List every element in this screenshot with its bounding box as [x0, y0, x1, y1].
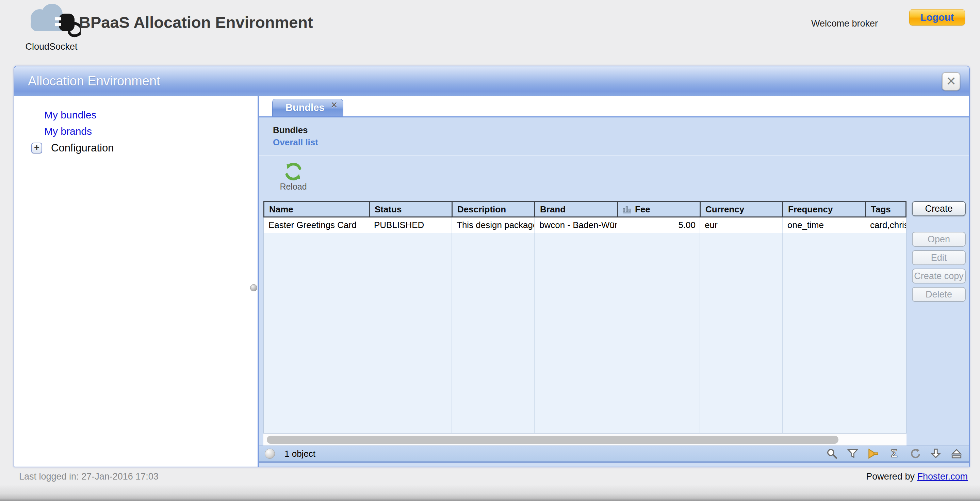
column-header-status[interactable]: Status [370, 202, 453, 216]
column-header-name[interactable]: Name [264, 202, 370, 216]
reload-label: Reload [280, 182, 307, 192]
create-copy-button[interactable]: Create copy [912, 269, 966, 283]
cloud-plug-icon [22, 2, 81, 42]
brand-text: CloudSocket [19, 41, 84, 52]
cell-name: Easter Greetings Card [264, 218, 369, 233]
reload-icon [284, 162, 302, 181]
column-header-brand[interactable]: Brand [535, 202, 618, 216]
tab-close-icon[interactable]: ✕ [331, 100, 337, 110]
column-header-tags[interactable]: Tags [866, 202, 905, 216]
allocation-environment-window: Allocation Environment ✕ My bundles My b… [14, 66, 970, 467]
svg-text:Σ: Σ [891, 448, 898, 460]
splitter-handle-icon[interactable] [250, 284, 257, 291]
window-title: Allocation Environment [28, 74, 160, 88]
cell-frequency: one_time [783, 218, 865, 233]
bundles-table: Name Status Description Brand Fee [263, 201, 907, 445]
sidebar-item-configuration[interactable]: + Configuration [31, 142, 258, 154]
tab-bundles[interactable]: Bundles ✕ [272, 99, 343, 116]
object-count: 1 object [285, 449, 315, 459]
window-body: My bundles My brands + Configuration Bun… [14, 96, 969, 467]
download-icon[interactable] [930, 448, 942, 460]
tab-strip: Bundles ✕ [259, 96, 969, 118]
sidebar-item-my-bundles[interactable]: My bundles [44, 109, 96, 121]
last-login-text: Last logged in: 27-Jan-2016 17:03 [19, 471, 159, 482]
cell-brand: bwcon - Baden-Württ [535, 218, 617, 233]
bar-chart-icon [623, 205, 632, 213]
logout-button[interactable]: Logout [909, 9, 965, 25]
reload-button[interactable]: Reload [277, 162, 310, 192]
powered-by: Powered by Fhoster.com [866, 471, 968, 482]
main-content: Bundles ✕ Bundles Overall list Reload [259, 96, 969, 467]
toolbar: Reload [259, 155, 969, 199]
sidebar-splitter[interactable] [258, 96, 259, 467]
cloudsocket-logo: CloudSocket [19, 2, 84, 52]
breadcrumb-section: Bundles [273, 125, 969, 135]
expand-plus-icon[interactable]: + [31, 143, 42, 154]
sum-icon[interactable]: Σ [888, 448, 900, 460]
status-bar: 1 object Σ [259, 445, 969, 463]
horizontal-scrollbar[interactable] [263, 433, 907, 445]
cell-description: This design package [452, 218, 535, 233]
sidebar: My bundles My brands + Configuration [14, 96, 258, 467]
cell-status: PUBLISHED [369, 218, 452, 233]
window-titlebar: Allocation Environment ✕ [14, 66, 969, 96]
refresh-icon[interactable] [909, 448, 921, 460]
cell-tags: card,christ [865, 218, 906, 233]
scrollbar-thumb[interactable] [267, 436, 838, 444]
open-button[interactable]: Open [912, 232, 966, 247]
status-bar-icons: Σ [826, 448, 962, 460]
breadcrumb-view-link[interactable]: Overall list [273, 137, 318, 148]
column-header-description[interactable]: Description [453, 202, 535, 216]
tab-label: Bundles [285, 102, 324, 113]
welcome-text: Welcome broker [811, 18, 878, 29]
action-buttons: Create Open Edit Create copy Delete [907, 201, 969, 445]
eject-icon[interactable] [951, 448, 962, 460]
breadcrumb: Bundles Overall list [259, 118, 969, 155]
filter-icon[interactable] [847, 448, 859, 460]
cell-fee: 5.00 [617, 218, 700, 233]
bottom-strip [0, 485, 980, 501]
edit-button[interactable]: Edit [912, 250, 966, 265]
delete-button[interactable]: Delete [912, 287, 966, 302]
window-close-button[interactable]: ✕ [942, 72, 960, 91]
configuration-label: Configuration [51, 142, 114, 154]
app-footer: Last logged in: 27-Jan-2016 17:03 Powere… [0, 467, 980, 501]
table-body: Easter Greetings Card PUBLISHED This des… [263, 218, 907, 433]
app-header: CloudSocket BPaaS Allocation Environment… [0, 0, 980, 58]
cell-currency: eur [700, 218, 783, 233]
work-area: Name Status Description Brand Fee [259, 199, 969, 445]
zoom-icon[interactable] [826, 448, 838, 460]
fhoster-link[interactable]: Fhoster.com [917, 471, 968, 482]
column-header-currency[interactable]: Currency [701, 202, 783, 216]
column-header-frequency[interactable]: Frequency [783, 202, 866, 216]
sidebar-item-my-brands[interactable]: My brands [44, 126, 92, 137]
table-header-row: Name Status Description Brand Fee [263, 201, 907, 218]
page-title: BPaaS Allocation Environment [79, 13, 313, 32]
quick-filter-icon[interactable] [868, 448, 879, 460]
table-row[interactable]: Easter Greetings Card PUBLISHED This des… [264, 218, 906, 233]
create-button[interactable]: Create [912, 201, 966, 216]
column-header-fee[interactable]: Fee [618, 202, 701, 216]
status-sphere-icon [265, 449, 275, 459]
